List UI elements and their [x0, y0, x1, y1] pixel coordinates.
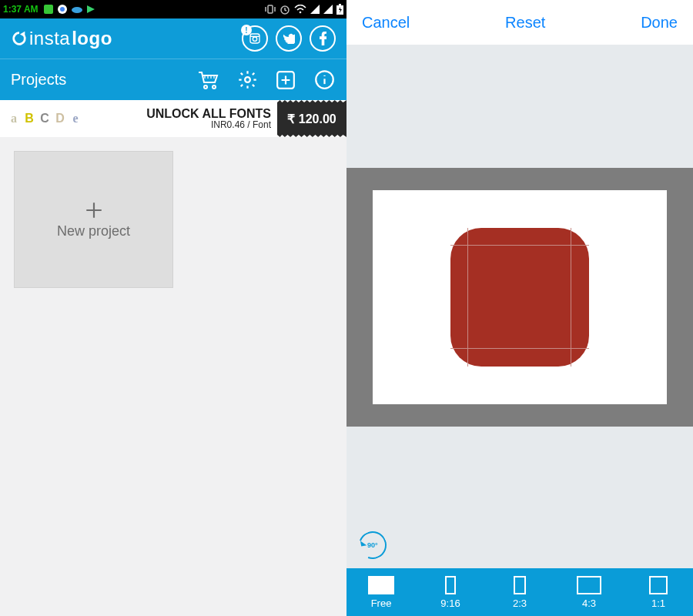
new-project-card[interactable]: New project	[14, 151, 173, 288]
twitter-icon	[283, 33, 295, 44]
svg-point-2	[60, 7, 65, 12]
android-status-bar: 1:37 AM	[0, 0, 346, 18]
svg-rect-13	[339, 4, 341, 5]
twitter-button[interactable]	[276, 25, 302, 52]
instagram-button[interactable]: !	[242, 25, 268, 52]
new-button[interactable]	[274, 69, 297, 92]
settings-button[interactable]	[236, 69, 259, 92]
vibrate-icon	[265, 4, 276, 15]
aspect-label: 4:3	[582, 598, 596, 609]
svg-marker-15	[20, 32, 25, 37]
aspect-4-3[interactable]: 4:3	[554, 568, 624, 616]
svg-point-9	[300, 12, 302, 14]
aspect-1-1[interactable]: 1:1	[624, 568, 693, 616]
promo-price: ₹ 120.00	[277, 100, 346, 137]
aspect-label: 9:16	[440, 598, 460, 609]
aspect-label: 2:3	[513, 598, 527, 609]
app-logo: instalogo	[11, 28, 112, 49]
plus-icon	[84, 200, 104, 220]
crop-canvas[interactable]	[346, 168, 693, 427]
logo-shape[interactable]	[450, 228, 589, 367]
cart-icon	[198, 70, 219, 90]
projects-screen: 1:37 AM instalogo !	[0, 0, 346, 616]
facebook-icon	[320, 32, 326, 45]
svg-point-21	[245, 77, 250, 82]
rotate-row: 90°	[346, 522, 693, 568]
wifi-icon	[294, 5, 306, 14]
svg-marker-4	[87, 5, 95, 13]
projects-toolbar: Projects	[0, 59, 346, 100]
brand-bar: instalogo !	[0, 18, 346, 59]
promo-title: UNLOCK ALL FONTS	[146, 107, 271, 121]
info-button[interactable]	[313, 69, 336, 92]
editor-body: 90°	[346, 45, 693, 568]
notification-badge-icon: !	[241, 25, 252, 35]
aspect-shape-icon	[445, 576, 456, 594]
info-icon	[314, 69, 335, 90]
status-left-icons	[43, 4, 95, 15]
status-cloud-icon	[71, 5, 83, 14]
rotate-label: 90°	[367, 541, 378, 549]
logo-text-a: insta	[29, 28, 70, 49]
svg-point-3	[72, 7, 82, 13]
crop-editor-screen: Cancel Reset Done 90° Free9:162:34:31:1	[346, 0, 693, 616]
reset-button[interactable]: Reset	[505, 14, 545, 32]
aspect-shape-icon	[368, 576, 394, 594]
promo-subtitle: INR0.46 / Font	[211, 120, 271, 130]
instagram-icon	[249, 32, 261, 45]
aspect-shape-icon	[577, 576, 601, 594]
svg-marker-11	[323, 5, 333, 14]
editor-header: Cancel Reset Done	[346, 0, 693, 45]
cancel-button[interactable]: Cancel	[362, 14, 410, 32]
page-title: Projects	[11, 71, 66, 89]
aspect-label: Free	[371, 598, 392, 609]
aspect-2-3[interactable]: 2:3	[485, 568, 554, 616]
add-box-icon	[276, 70, 296, 90]
aspect-9-16[interactable]: 9:16	[416, 568, 485, 616]
svg-marker-10	[310, 5, 320, 14]
aspect-ratio-bar: Free9:162:34:31:1	[346, 568, 693, 616]
projects-grid: New project	[0, 137, 346, 616]
gear-icon	[237, 69, 258, 90]
refresh-icon	[11, 30, 28, 47]
aspect-free[interactable]: Free	[346, 568, 416, 616]
cart-button[interactable]	[197, 69, 220, 92]
new-project-label: New project	[57, 223, 130, 239]
aspect-label: 1:1	[651, 598, 665, 609]
svg-rect-5	[268, 5, 273, 13]
signal-icon-2	[323, 5, 333, 14]
signal-icon	[310, 5, 320, 14]
done-button[interactable]: Done	[641, 14, 678, 32]
svg-point-19	[204, 85, 207, 89]
artboard	[373, 190, 667, 404]
status-right-icons	[265, 4, 343, 15]
status-chrome-icon	[57, 4, 68, 15]
status-play-icon	[86, 5, 95, 14]
aspect-shape-icon	[514, 576, 526, 594]
alarm-icon	[280, 4, 290, 15]
unlock-fonts-banner[interactable]: aBCDe UNLOCK ALL FONTS INR0.46 / Font ₹ …	[0, 100, 346, 137]
aspect-shape-icon	[649, 576, 668, 594]
rotate-90-button[interactable]: 90°	[354, 527, 391, 564]
svg-point-17	[253, 37, 256, 41]
status-time: 1:37 AM	[3, 4, 38, 15]
font-samples: aBCDe	[6, 112, 83, 126]
battery-charging-icon	[336, 4, 343, 15]
facebook-button[interactable]	[310, 25, 336, 52]
svg-point-20	[213, 85, 216, 89]
svg-rect-16	[250, 34, 259, 43]
svg-rect-0	[44, 5, 53, 14]
logo-text-b: logo	[72, 28, 112, 49]
status-app-icon	[43, 4, 54, 15]
